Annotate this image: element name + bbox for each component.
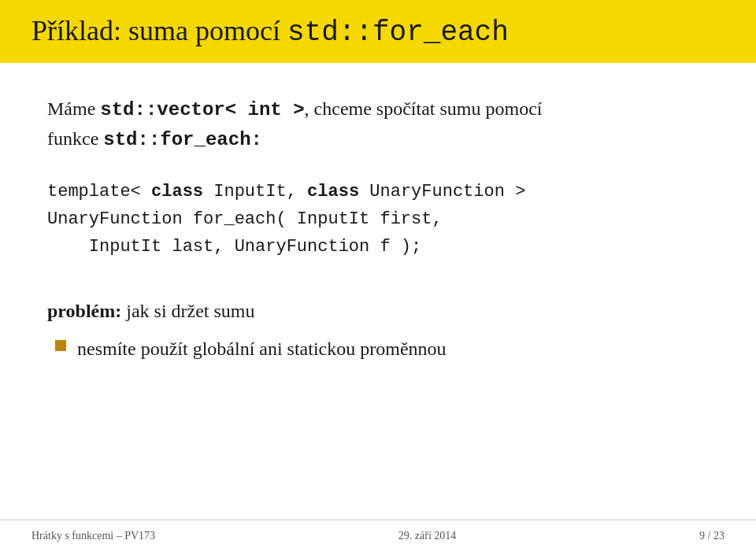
intro-line1-suffix: , chceme spočítat sumu pomocí	[305, 98, 543, 119]
title-bar: Příklad: suma pomocí std::for_each	[0, 0, 756, 63]
content-area: Máme std::vector< int >, chceme spočítat…	[0, 63, 756, 520]
footer-course: Hrátky s funkcemi – PV173	[32, 530, 155, 542]
problem-label: problém:	[47, 301, 121, 321]
intro-paragraph: Máme std::vector< int >, chceme spočítat…	[47, 94, 709, 154]
problem-title: problém: jak si držet sumu	[47, 301, 709, 322]
problem-text: jak si držet sumu	[121, 301, 254, 321]
intro-int-bold: int	[248, 99, 282, 120]
slide-title: Příklad: suma pomocí std::for_each	[32, 14, 509, 49]
bullet-text-1: nesmíte použít globální ani statickou pr…	[77, 335, 447, 363]
footer: Hrátky s funkcemi – PV173 29. září 2014 …	[0, 520, 756, 551]
bullet-square-icon	[55, 340, 66, 351]
code-line-3: InputIt last, UnaryFunction f );	[47, 233, 709, 261]
problem-section: problém: jak si držet sumu nesmíte použí…	[47, 301, 709, 363]
intro-line1-prefix: Máme	[47, 98, 100, 119]
intro-foreach-text: std::for_each:	[103, 129, 262, 150]
code-line-1: template< class InputIt, class UnaryFunc…	[47, 178, 709, 205]
slide-container: Příklad: suma pomocí std::for_each Máme …	[0, 0, 756, 551]
code-line-2: UnaryFunction for_each( InputIt first,	[47, 205, 709, 233]
code-block: template< class InputIt, class UnaryFunc…	[47, 178, 709, 261]
intro-line2-prefix: funkce	[47, 128, 103, 149]
footer-page: 9 / 23	[699, 530, 724, 542]
footer-date: 29. září 2014	[398, 530, 456, 542]
title-prefix: Příklad: suma pomocí	[32, 15, 287, 46]
bullet-item-1: nesmíte použít globální ani statickou pr…	[55, 335, 709, 363]
bullet-list: nesmíte použít globální ani statickou pr…	[47, 335, 709, 363]
title-mono: std::for_each	[287, 17, 509, 49]
intro-vector-text: std::vector< int >	[100, 99, 304, 120]
